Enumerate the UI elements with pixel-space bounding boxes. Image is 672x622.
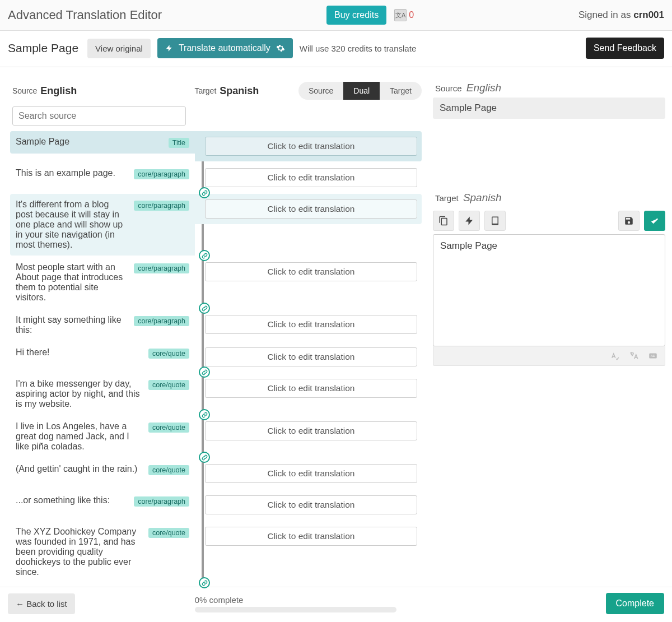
- table-row[interactable]: ...or something like this:core/paragraph…: [10, 490, 422, 520]
- row-type-chip: core/paragraph: [134, 496, 189, 507]
- view-original-button[interactable]: View original: [87, 39, 151, 58]
- translate-auto-label: Translate automatically: [179, 43, 270, 53]
- target-edit-box[interactable]: Click to edit translation: [205, 379, 417, 398]
- send-feedback-button[interactable]: Send Feedback: [586, 38, 664, 59]
- lang-row: Source English Target Spanish Source Dua…: [12, 82, 422, 100]
- table-row[interactable]: (And gettin' caught in the rain.)core/qu…: [10, 458, 422, 489]
- source-cell[interactable]: It might say something like this:core/pa…: [10, 309, 195, 341]
- check-icon: [650, 216, 660, 226]
- target-cell: Click to edit translation: [195, 131, 422, 161]
- source-text: (And gettin' caught in the rain.): [16, 464, 142, 474]
- bolt-icon: [464, 216, 474, 226]
- complete-button[interactable]: Complete: [606, 593, 664, 614]
- rows-list: Sample PageTitleClick to edit translatio…: [10, 131, 422, 593]
- target-cell: Click to edit translation: [195, 342, 422, 372]
- table-row[interactable]: I live in Los Angeles, have a great dog …: [10, 416, 422, 457]
- glossary-button[interactable]: [484, 211, 506, 231]
- save-button[interactable]: [618, 211, 640, 231]
- source-lang-label: Source: [12, 86, 37, 95]
- translate-auto-button[interactable]: Translate automatically: [157, 38, 293, 58]
- floppy-icon: [624, 216, 634, 226]
- ad-tag-icon[interactable]: AD: [648, 351, 658, 361]
- svg-text:AD: AD: [651, 354, 656, 358]
- source-cell[interactable]: The XYZ Doohickey Company was founded in…: [10, 521, 195, 583]
- link-toggle-icon[interactable]: [199, 409, 210, 420]
- seg-source-tab[interactable]: Source: [298, 82, 343, 100]
- machine-translate-button[interactable]: [459, 211, 480, 231]
- source-cell[interactable]: Hi there!core/quote: [10, 342, 195, 364]
- copy-icon-button[interactable]: [433, 211, 454, 231]
- link-toggle-icon[interactable]: [199, 577, 210, 588]
- source-text: Most people start with an About page tha…: [16, 262, 127, 303]
- target-toolbar: [433, 211, 665, 231]
- source-text: The XYZ Doohickey Company was founded in…: [16, 527, 142, 577]
- target-edit-box[interactable]: Click to edit translation: [205, 464, 417, 483]
- link-toggle-icon[interactable]: [199, 187, 210, 198]
- row-type-chip: core/paragraph: [134, 316, 189, 326]
- app-title: Advanced Translation Editor: [8, 8, 162, 22]
- target-edit-box[interactable]: Click to edit translation: [205, 199, 417, 219]
- seg-dual-tab[interactable]: Dual: [343, 82, 380, 100]
- source-cell[interactable]: This is an example page.core/paragraph: [10, 163, 195, 185]
- source-cell[interactable]: Sample PageTitle: [10, 131, 195, 154]
- signed-in-prefix: Signed in as: [578, 10, 633, 20]
- book-icon: [490, 216, 500, 226]
- target-editor[interactable]: Sample Page: [433, 234, 665, 346]
- target-cell: Click to edit translation: [195, 163, 422, 193]
- target-edit-box[interactable]: Click to edit translation: [205, 495, 417, 514]
- confirm-button[interactable]: [644, 211, 665, 231]
- username: crn001: [633, 10, 664, 20]
- target-edit-box[interactable]: Click to edit translation: [205, 527, 417, 546]
- row-type-chip: core/paragraph: [134, 169, 189, 179]
- source-cell[interactable]: Most people start with an About page tha…: [10, 257, 195, 308]
- table-row[interactable]: It might say something like this:core/pa…: [10, 309, 422, 341]
- target-cell: Click to edit translation: [195, 194, 422, 224]
- sub-bar: Sample Page View original Translate auto…: [0, 31, 672, 67]
- search-input[interactable]: [12, 106, 186, 126]
- source-text: I'm a bike messenger by day, aspiring ac…: [16, 379, 142, 409]
- link-toggle-icon[interactable]: [199, 452, 210, 463]
- table-row[interactable]: It's different from a blog post because …: [10, 194, 422, 256]
- link-toggle-icon[interactable]: [199, 250, 210, 261]
- row-type-chip: core/quote: [148, 423, 189, 433]
- right-source-label: Source: [435, 83, 462, 93]
- source-text: This is an example page.: [16, 168, 127, 178]
- source-cell[interactable]: (And gettin' caught in the rain.)core/qu…: [10, 458, 195, 481]
- source-cell[interactable]: I'm a bike messenger by day, aspiring ac…: [10, 373, 195, 415]
- seg-target-tab[interactable]: Target: [380, 82, 422, 100]
- table-row[interactable]: Sample PageTitleClick to edit translatio…: [10, 131, 422, 161]
- right-pane: Source English Sample Page Target Spanis…: [433, 76, 665, 593]
- target-cell: Click to edit translation: [195, 373, 422, 403]
- row-type-chip: core/quote: [148, 380, 189, 390]
- table-row[interactable]: I'm a bike messenger by day, aspiring ac…: [10, 373, 422, 415]
- target-edit-box[interactable]: Click to edit translation: [205, 137, 417, 156]
- credit-count: 0: [409, 10, 414, 20]
- credit-badge: 文A 0: [394, 9, 414, 21]
- gear-icon: [276, 44, 285, 53]
- target-cell: Click to edit translation: [195, 490, 422, 520]
- target-bottom-bar: AD: [433, 346, 665, 366]
- table-row[interactable]: Most people start with an About page tha…: [10, 257, 422, 308]
- spellcheck-icon[interactable]: [610, 351, 620, 361]
- table-row[interactable]: The XYZ Doohickey Company was founded in…: [10, 521, 422, 583]
- link-toggle-icon[interactable]: [199, 366, 210, 378]
- translate-icon[interactable]: [629, 351, 639, 361]
- table-row[interactable]: Hi there!core/quoteClick to edit transla…: [10, 342, 422, 372]
- back-to-list-button[interactable]: ← Back to list: [8, 593, 75, 614]
- target-lang-block: Target Spanish: [194, 85, 259, 97]
- bolt-icon: [165, 44, 173, 53]
- copy-icon: [438, 216, 449, 226]
- source-cell[interactable]: ...or something like this:core/paragraph: [10, 490, 195, 512]
- target-edit-box[interactable]: Click to edit translation: [205, 421, 417, 440]
- target-edit-box[interactable]: Click to edit translation: [205, 315, 417, 334]
- source-cell[interactable]: I live in Los Angeles, have a great dog …: [10, 416, 195, 457]
- source-cell[interactable]: It's different from a blog post because …: [10, 194, 195, 256]
- table-row[interactable]: This is an example page.core/paragraphCl…: [10, 163, 422, 193]
- buy-credits-button[interactable]: Buy credits: [326, 6, 386, 25]
- target-edit-box[interactable]: Click to edit translation: [205, 168, 417, 187]
- link-toggle-icon[interactable]: [199, 303, 210, 314]
- target-edit-box[interactable]: Click to edit translation: [205, 347, 417, 366]
- source-text: Sample Page: [16, 137, 162, 147]
- target-edit-box[interactable]: Click to edit translation: [205, 262, 417, 281]
- target-cell: Click to edit translation: [195, 416, 422, 446]
